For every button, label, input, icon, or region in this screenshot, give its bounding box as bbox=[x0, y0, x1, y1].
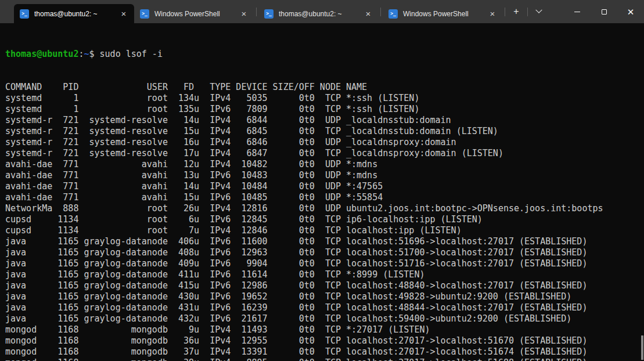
lsof-row: systemd-r 721 systemd-resolve 14u IPv4 6… bbox=[5, 115, 644, 126]
lsof-row: avahi-dae 771 avahi 14u IPv4 10484 0t0 U… bbox=[5, 181, 644, 192]
tab-close-button[interactable]: × bbox=[238, 8, 250, 20]
plus-icon: + bbox=[513, 6, 519, 17]
lsof-row: systemd-r 721 systemd-resolve 17u IPv4 6… bbox=[5, 148, 644, 159]
chevron-down-icon bbox=[535, 7, 542, 13]
minimize-icon bbox=[574, 12, 580, 12]
lsof-row: java 1165 graylog-datanode 409u IPv6 990… bbox=[5, 258, 644, 269]
terminal-output: COMMAND PID USER FD TYPE DEVICE SIZE/OFF… bbox=[5, 82, 644, 361]
lsof-row: java 1165 graylog-datanode 432u IPv6 216… bbox=[5, 313, 644, 324]
lsof-row: cupsd 1134 root 6u IPv6 12845 0t0 TCP ip… bbox=[5, 214, 644, 225]
tab-close-button[interactable]: × bbox=[118, 8, 129, 20]
tab-separator bbox=[505, 8, 505, 16]
tab-separator bbox=[256, 8, 257, 16]
scrollbar-thumb[interactable] bbox=[641, 335, 643, 360]
tab-windows-powershell[interactable]: >_Windows PowerShell× bbox=[383, 4, 503, 23]
lsof-row: systemd 1 root 135u IPv6 7809 0t0 TCP *:… bbox=[5, 104, 644, 115]
tab-title: Windows PowerShell bbox=[403, 10, 487, 18]
tab-close-button[interactable]: × bbox=[362, 8, 374, 20]
lsof-header-row: COMMAND PID USER FD TYPE DEVICE SIZE/OFF… bbox=[5, 82, 644, 93]
powershell-icon: >_ bbox=[140, 9, 149, 19]
close-window-button[interactable]: ✕ bbox=[617, 0, 644, 23]
lsof-row: systemd-r 721 systemd-resolve 15u IPv4 6… bbox=[5, 126, 644, 137]
lsof-row: cupsd 1134 root 7u IPv4 12846 0t0 TCP lo… bbox=[5, 225, 644, 236]
powershell-icon: >_ bbox=[264, 9, 274, 19]
lsof-row: mongod 1168 mongodb 36u IPv4 12955 0t0 T… bbox=[5, 335, 644, 346]
prompt-user-host: thomas@ubuntu2 bbox=[5, 49, 78, 59]
titlebar-drag-region bbox=[548, 0, 564, 23]
maximize-button[interactable] bbox=[591, 0, 617, 23]
lsof-row: mongod 1168 mongodb 39u IPv4 8895 0t0 TC… bbox=[5, 358, 644, 361]
lsof-row: avahi-dae 771 avahi 15u IPv6 10485 0t0 U… bbox=[5, 192, 644, 203]
terminal-viewport[interactable]: thomas@ubuntu2:~$ sudo lsof -i COMMAND P… bbox=[0, 23, 644, 361]
minimize-button[interactable] bbox=[564, 0, 591, 23]
lsof-row: java 1165 graylog-datanode 408u IPv6 129… bbox=[5, 247, 644, 258]
lsof-row: java 1165 graylog-datanode 431u IPv6 162… bbox=[5, 302, 644, 313]
close-icon: ✕ bbox=[627, 8, 635, 16]
lsof-row: systemd 1 root 134u IPv4 5035 0t0 TCP *:… bbox=[5, 93, 644, 104]
lsof-row: java 1165 graylog-datanode 406u IPv6 116… bbox=[5, 236, 644, 247]
tab-separator bbox=[380, 8, 381, 16]
new-tab-button[interactable]: + bbox=[508, 3, 524, 20]
powershell-icon: >_ bbox=[388, 9, 398, 19]
tab-windows-powershell[interactable]: >_Windows PowerShell× bbox=[134, 4, 254, 23]
lsof-row: NetworkMa 888 root 26u IPv4 12816 0t0 UD… bbox=[5, 203, 644, 214]
maximize-icon bbox=[602, 9, 607, 15]
tab-title: Windows PowerShell bbox=[154, 10, 238, 18]
prompt-dollar: $ bbox=[89, 49, 95, 59]
tab-separator bbox=[527, 8, 528, 16]
lsof-row: mongod 1168 mongodb 37u IPv4 13391 0t0 T… bbox=[5, 346, 644, 358]
tab-close-button[interactable]: × bbox=[487, 8, 498, 20]
lsof-row: java 1165 graylog-datanode 430u IPv6 196… bbox=[5, 291, 644, 302]
lsof-row: java 1165 graylog-datanode 411u IPv6 116… bbox=[5, 269, 644, 280]
tab-title: thomas@ubuntu2: ~ bbox=[34, 10, 118, 18]
tab-thomas-ubuntu2[interactable]: >_thomas@ubuntu2: ~× bbox=[258, 4, 379, 23]
lsof-row: systemd-r 721 systemd-resolve 16u IPv4 6… bbox=[5, 137, 644, 148]
window-controls: ✕ bbox=[564, 0, 644, 23]
terminal-scrollbar[interactable] bbox=[641, 23, 644, 361]
prompt-line: thomas@ubuntu2:~$ sudo lsof -i bbox=[5, 49, 644, 60]
lsof-row: avahi-dae 771 avahi 12u IPv4 10482 0t0 U… bbox=[5, 159, 644, 170]
tab-thomas-ubuntu2[interactable]: >_thomas@ubuntu2: ~× bbox=[14, 4, 134, 23]
titlebar: >_thomas@ubuntu2: ~×>_Windows PowerShell… bbox=[0, 0, 644, 23]
lsof-row: avahi-dae 771 avahi 13u IPv6 10483 0t0 U… bbox=[5, 170, 644, 181]
tab-dropdown-button[interactable] bbox=[531, 3, 547, 20]
lsof-row: mongod 1168 mongodb 9u IPv4 11493 0t0 TC… bbox=[5, 324, 644, 335]
lsof-row: java 1165 graylog-datanode 415u IPv6 129… bbox=[5, 280, 644, 291]
prompt-cwd: ~ bbox=[84, 49, 89, 59]
tab-strip: >_thomas@ubuntu2: ~×>_Windows PowerShell… bbox=[0, 0, 507, 23]
powershell-icon: >_ bbox=[20, 9, 29, 19]
tab-title: thomas@ubuntu2: ~ bbox=[279, 10, 362, 18]
command-text: sudo lsof -i bbox=[100, 49, 163, 59]
